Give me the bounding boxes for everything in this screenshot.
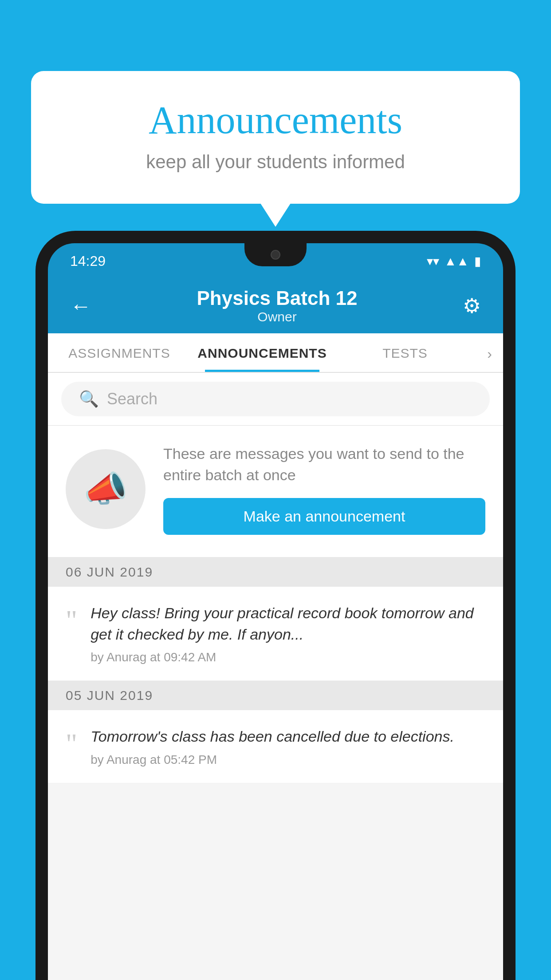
wifi-icon: ▾▾ <box>427 254 439 269</box>
status-time: 14:29 <box>70 253 106 269</box>
signal-icon: ▲▲ <box>445 254 469 269</box>
content-area: 🔍 Search 📣 These are messages you want t… <box>48 373 503 980</box>
tab-tests[interactable]: TESTS <box>334 333 476 372</box>
promo-text-area: These are messages you want to send to t… <box>163 443 485 535</box>
speech-bubble: Announcements keep all your students inf… <box>31 71 520 204</box>
search-icon: 🔍 <box>79 390 99 408</box>
camera <box>271 250 280 260</box>
megaphone-icon: 📣 <box>83 468 128 510</box>
back-button[interactable]: ← <box>70 294 91 318</box>
header-center: Physics Batch 12 Owner <box>197 287 358 324</box>
search-placeholder: Search <box>107 390 157 408</box>
date-divider-2: 05 JUN 2019 <box>48 681 503 710</box>
app-header: ← Physics Batch 12 Owner ⚙ <box>48 277 503 333</box>
date-divider-1: 06 JUN 2019 <box>48 557 503 587</box>
announcement-meta-2: by Anurag at 05:42 PM <box>91 753 485 767</box>
settings-button[interactable]: ⚙ <box>463 294 481 318</box>
announcement-item-2: " Tomorrow's class has been cancelled du… <box>48 710 503 783</box>
phone-container: 14:29 ▾▾ ▲▲ ▮ ← Physics Batch 12 Owner ⚙… <box>35 231 516 980</box>
search-container: 🔍 Search <box>48 373 503 426</box>
announcement-meta-1: by Anurag at 09:42 AM <box>91 650 485 664</box>
make-announcement-button[interactable]: Make an announcement <box>163 498 485 535</box>
tab-announcements[interactable]: ANNOUNCEMENTS <box>191 333 334 372</box>
tab-more[interactable]: › <box>476 333 503 372</box>
quote-icon-2: " <box>66 730 77 758</box>
speech-bubble-section: Announcements keep all your students inf… <box>31 71 520 204</box>
tab-assignments[interactable]: ASSIGNMENTS <box>48 333 191 372</box>
tabs-bar: ASSIGNMENTS ANNOUNCEMENTS TESTS › <box>48 333 503 373</box>
announcement-content-1: Hey class! Bring your practical record b… <box>91 603 485 664</box>
notch <box>244 243 307 266</box>
announcement-text-1: Hey class! Bring your practical record b… <box>91 603 485 645</box>
announcement-content-2: Tomorrow's class has been cancelled due … <box>91 726 485 767</box>
promo-description: These are messages you want to send to t… <box>163 443 485 486</box>
bubble-subtitle: keep all your students informed <box>67 151 484 173</box>
promo-card: 📣 These are messages you want to send to… <box>48 426 503 557</box>
header-subtitle: Owner <box>197 309 358 324</box>
header-title: Physics Batch 12 <box>197 287 358 309</box>
announcement-text-2: Tomorrow's class has been cancelled due … <box>91 726 485 747</box>
phone-frame: 14:29 ▾▾ ▲▲ ▮ ← Physics Batch 12 Owner ⚙… <box>35 231 516 980</box>
status-bar: 14:29 ▾▾ ▲▲ ▮ <box>48 243 503 277</box>
battery-icon: ▮ <box>474 254 481 269</box>
search-bar[interactable]: 🔍 Search <box>61 382 490 416</box>
promo-icon-circle: 📣 <box>66 449 146 529</box>
announcement-item-1: " Hey class! Bring your practical record… <box>48 587 503 681</box>
bubble-title: Announcements <box>67 98 484 142</box>
status-icons: ▾▾ ▲▲ ▮ <box>427 254 481 269</box>
quote-icon-1: " <box>66 606 77 635</box>
